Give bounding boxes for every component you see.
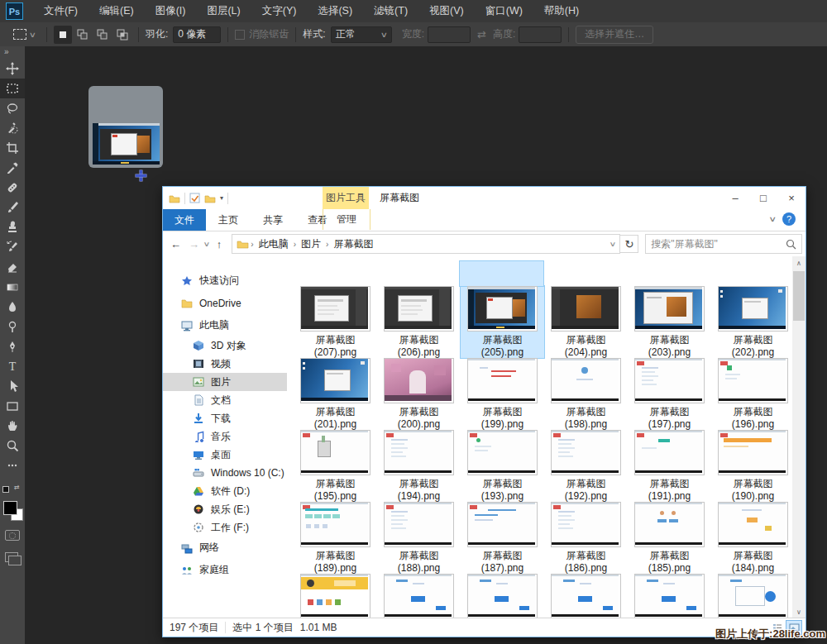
gradient-tool[interactable]: [0, 277, 25, 297]
address-dropdown-icon[interactable]: ∨: [609, 241, 616, 248]
search-icon[interactable]: [786, 239, 796, 250]
file-item-屏幕截图 (200).png[interactable]: 屏幕截图 (200).png: [377, 358, 461, 430]
add-selection-button[interactable]: [74, 26, 92, 44]
file-item-屏幕截图 (190).png[interactable]: 屏幕截图 (190).png: [711, 430, 792, 502]
menu-item[interactable]: 文字(Y): [251, 0, 308, 22]
move-tool[interactable]: [0, 59, 25, 79]
eyedropper-tool[interactable]: [0, 158, 25, 178]
file-item-屏幕截图 (186).png[interactable]: 屏幕截图 (186).png: [544, 502, 628, 574]
breadcrumb-item[interactable]: 图片: [298, 237, 324, 251]
file-item-屏幕截图 (206).png[interactable]: 屏幕截图 (206).png: [377, 286, 461, 358]
type-tool[interactable]: T: [0, 356, 25, 376]
sidebar-item-Windows 10 (C:)[interactable]: Windows 10 (C:): [163, 464, 287, 482]
quick-select-tool[interactable]: [0, 118, 25, 138]
file-item-屏幕截图 (197).png[interactable]: 屏幕截图 (197).png: [628, 358, 711, 430]
menu-item[interactable]: 视图(V): [418, 0, 475, 22]
file-item-屏幕截图 (195).png[interactable]: 屏幕截图 (195).png: [294, 430, 377, 502]
zoom-tool[interactable]: [0, 436, 25, 456]
marquee-tool[interactable]: [0, 79, 25, 98]
back-button[interactable]: ←: [170, 238, 181, 250]
properties-checkbox-icon[interactable]: [189, 193, 200, 203]
tab-管理[interactable]: 管理: [323, 209, 370, 230]
menu-item[interactable]: 滤镜(T): [363, 0, 418, 22]
vertical-scrollbar[interactable]: ∧ ∨: [792, 256, 805, 618]
close-button[interactable]: ×: [777, 187, 805, 209]
toolbar-collapse-icon[interactable]: »: [0, 46, 25, 59]
scrollbar-thumb[interactable]: [793, 271, 805, 321]
brush-tool[interactable]: [0, 198, 25, 217]
file-item[interactable]: [294, 574, 377, 618]
qat-menu-icon[interactable]: ▾: [220, 194, 223, 202]
default-colors-icon[interactable]: ⇄: [2, 484, 22, 494]
file-item-屏幕截图 (192).png[interactable]: 屏幕截图 (192).png: [544, 430, 628, 502]
foreground-color-swatch[interactable]: [3, 501, 17, 515]
file-item-屏幕截图 (184).png[interactable]: 屏幕截图 (184).png: [711, 502, 792, 574]
feather-input[interactable]: 0 像素: [173, 26, 221, 43]
file-item-屏幕截图 (202).png[interactable]: 屏幕截图 (202).png: [711, 286, 792, 358]
file-item[interactable]: [544, 574, 628, 618]
intersect-selection-button[interactable]: [113, 26, 131, 44]
menu-item[interactable]: 文件(F): [33, 0, 88, 22]
file-item-屏幕截图 (204).png[interactable]: 屏幕截图 (204).png: [544, 286, 628, 358]
hand-tool[interactable]: [0, 416, 25, 436]
sidebar-item-文档[interactable]: 文档: [163, 391, 287, 409]
checkbox-icon[interactable]: [235, 30, 245, 40]
sidebar-item-工作 (F:)[interactable]: 工作 (F:): [163, 518, 287, 537]
file-item-屏幕截图 (198).png[interactable]: 屏幕截图 (198).png: [544, 358, 628, 430]
pen-tool[interactable]: [0, 336, 25, 356]
menu-item[interactable]: 选择(S): [307, 0, 363, 22]
file-item-屏幕截图 (193).png[interactable]: 屏幕截图 (193).png: [461, 430, 544, 502]
sidebar-item-视频[interactable]: 视频: [163, 355, 287, 373]
file-item-屏幕截图 (199).png[interactable]: 屏幕截图 (199).png: [461, 358, 544, 430]
maximize-button[interactable]: □: [749, 187, 777, 209]
contextual-tab-header[interactable]: 图片工具: [323, 187, 369, 209]
style-select[interactable]: 正常 ∨: [331, 26, 392, 43]
blur-tool[interactable]: [0, 297, 25, 317]
eraser-tool[interactable]: [0, 257, 25, 277]
file-item-屏幕截图 (188).png[interactable]: 屏幕截图 (188).png: [377, 502, 461, 574]
file-item-屏幕截图 (189).png[interactable]: 屏幕截图 (189).png: [294, 502, 377, 574]
screen-mode-button[interactable]: [5, 552, 18, 562]
path-select-tool[interactable]: [0, 376, 25, 396]
file-item-屏幕截图 (203).png[interactable]: 屏幕截图 (203).png: [628, 286, 711, 358]
minimize-button[interactable]: –: [721, 187, 749, 209]
file-item-屏幕截图 (194).png[interactable]: 屏幕截图 (194).png: [377, 430, 461, 502]
file-item-屏幕截图 (185).png[interactable]: 屏幕截图 (185).png: [628, 502, 711, 574]
file-item[interactable]: [628, 574, 711, 618]
history-dropdown-icon[interactable]: ∨: [203, 241, 211, 248]
sidebar-item-音乐[interactable]: 音乐: [163, 427, 287, 446]
up-button[interactable]: ↑: [217, 238, 222, 250]
folder-icon[interactable]: [169, 193, 180, 203]
scroll-down-icon[interactable]: ∨: [792, 605, 805, 618]
rectangle-tool[interactable]: [0, 396, 25, 416]
breadcrumb-item[interactable]: 屏幕截图: [330, 237, 376, 251]
history-brush-tool[interactable]: [0, 237, 25, 257]
ellipsis-tool[interactable]: [0, 456, 25, 475]
sidebar-item-3D 对象[interactable]: 3D 对象: [163, 336, 287, 355]
menu-item[interactable]: 帮助(H): [533, 0, 590, 22]
tab-共享[interactable]: 共享: [251, 209, 295, 231]
file-item-屏幕截图 (196).png[interactable]: 屏幕截图 (196).png: [711, 358, 792, 430]
file-item-屏幕截图 (201).png[interactable]: 屏幕截图 (201).png: [294, 358, 377, 430]
sidebar-item-下载[interactable]: 下载: [163, 409, 287, 427]
tab-主页[interactable]: 主页: [206, 209, 251, 231]
file-item-屏幕截图 (191).png[interactable]: 屏幕截图 (191).png: [628, 430, 711, 502]
lasso-tool[interactable]: [0, 98, 25, 118]
subtract-selection-button[interactable]: [93, 26, 112, 44]
file-item-屏幕截图 (187).png[interactable]: 屏幕截图 (187).png: [461, 502, 544, 574]
file-item[interactable]: [711, 574, 792, 618]
menu-item[interactable]: 窗口(W): [475, 0, 533, 22]
search-input[interactable]: 搜索"屏幕截图": [645, 234, 802, 254]
help-icon[interactable]: ?: [782, 212, 796, 226]
file-item-屏幕截图 (205).png[interactable]: 屏幕截图 (205).png: [461, 286, 544, 358]
sidebar-item-OneDrive[interactable]: OneDrive: [163, 292, 287, 314]
sidebar-item-此电脑[interactable]: 此电脑: [163, 314, 287, 336]
canvas-document-thumbnail[interactable]: [88, 86, 163, 168]
dodge-tool[interactable]: [0, 317, 25, 336]
tool-preset-button[interactable]: ∨: [8, 26, 40, 44]
file-item[interactable]: [377, 574, 461, 618]
menu-item[interactable]: 编辑(E): [88, 0, 145, 22]
sidebar-item-快速访问[interactable]: 快速访问: [163, 270, 287, 292]
quick-mask-button[interactable]: [5, 530, 20, 541]
ribbon-collapse-icon[interactable]: ∨: [769, 215, 777, 223]
